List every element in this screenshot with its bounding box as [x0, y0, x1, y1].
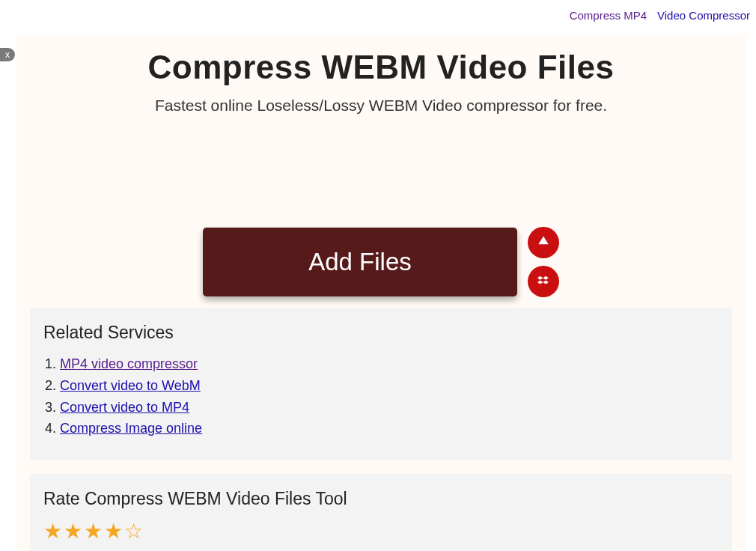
- page-title: Compress WEBM Video Files: [16, 49, 746, 86]
- related-link-mp4-compressor[interactable]: MP4 video compressor: [60, 356, 198, 371]
- main-content: Compress WEBM Video Files Fastest online…: [16, 35, 746, 551]
- rating-panel: Rate Compress WEBM Video Files Tool ★ ★ …: [30, 474, 732, 551]
- close-badge[interactable]: x: [0, 48, 15, 61]
- star-rating[interactable]: ★ ★ ★ ★ ☆: [43, 521, 719, 542]
- rating-heading: Rate Compress WEBM Video Files Tool: [43, 489, 719, 509]
- dropbox-icon: [536, 273, 551, 290]
- star-outline-icon[interactable]: ☆: [124, 521, 143, 542]
- related-services-panel: Related Services MP4 video compressor Co…: [30, 308, 732, 460]
- list-item: Convert video to MP4: [45, 397, 719, 418]
- google-drive-icon: [536, 234, 551, 252]
- add-files-button[interactable]: Add Files: [203, 228, 517, 296]
- related-link-convert-webm[interactable]: Convert video to WebM: [60, 378, 201, 393]
- page-subtitle: Fastest online Loseless/Lossy WEBM Video…: [16, 97, 746, 115]
- list-item: Compress Image online: [45, 418, 719, 439]
- nav-link-compress-mp4[interactable]: Compress MP4: [570, 9, 647, 22]
- star-icon[interactable]: ★: [64, 521, 82, 542]
- hero: Compress WEBM Video Files Fastest online…: [16, 35, 746, 115]
- list-item: Convert video to WebM: [45, 375, 719, 397]
- top-nav: Compress MP4 Video Compressor: [0, 0, 756, 35]
- star-icon[interactable]: ★: [104, 521, 123, 542]
- upload-area: Add Files: [16, 227, 746, 297]
- cloud-buttons: [528, 227, 559, 297]
- dropbox-button[interactable]: [528, 266, 559, 297]
- related-services-heading: Related Services: [43, 323, 719, 343]
- related-link-compress-image[interactable]: Compress Image online: [60, 421, 202, 436]
- nav-link-video-compressor[interactable]: Video Compressor: [657, 9, 750, 22]
- related-link-convert-mp4[interactable]: Convert video to MP4: [60, 400, 189, 415]
- related-services-list: MP4 video compressor Convert video to We…: [43, 353, 719, 439]
- list-item: MP4 video compressor: [45, 353, 719, 375]
- google-drive-button[interactable]: [528, 227, 559, 258]
- star-icon[interactable]: ★: [84, 521, 103, 542]
- star-icon[interactable]: ★: [43, 521, 62, 542]
